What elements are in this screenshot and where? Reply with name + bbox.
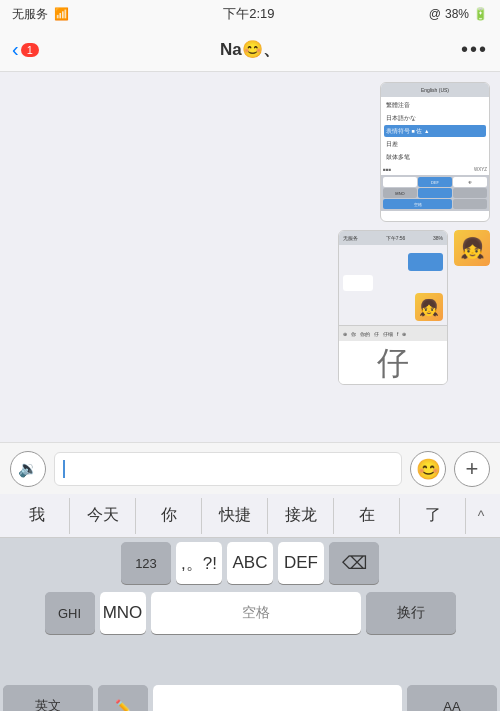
suggestion-expand[interactable]: ^ [466,498,496,534]
message-1: English (US) 繁體注音 日本語かな 表情符号 ■ 佐 ▲ 日差 鼓体… [10,82,490,222]
ss1-row-3: 表情符号 ■ 佐 ▲ [384,125,486,137]
mini-key-1 [383,177,417,187]
suggestion-7[interactable]: 了 [400,498,466,534]
ss1-row-4: 日差 [384,138,486,150]
ss1-body: 繁體注音 日本語かな 表情符号 ■ 佐 ▲ 日差 鼓体多笔 [381,97,489,165]
unread-badge: 1 [21,43,39,57]
ss2-chat-area: 👧 [339,245,447,325]
ss2-bubble-blue [408,253,443,271]
key-aa[interactable]: AA [407,685,497,711]
key-row-2: GHI MNO 空格 换行 [3,592,497,634]
battery-text: 38% [445,7,469,21]
suggestion-bar: 我 今天 你 快捷 接龙 在 了 ^ [0,494,500,538]
key-def[interactable]: DEF [278,542,324,584]
key-space-bottom[interactable] [153,685,402,711]
suggestion-4[interactable]: 快捷 [202,498,268,534]
status-left: 无服务 📶 [12,6,69,23]
emoji-button[interactable]: 😊 [410,451,446,487]
status-time: 下午2:19 [223,5,274,23]
key-language[interactable]: 英文 [3,685,93,711]
message-list: English (US) 繁體注音 日本語かな 表情符号 ■ 佐 ▲ 日差 鼓体… [10,82,490,385]
text-cursor [63,460,65,478]
suggestion-6[interactable]: 在 [334,498,400,534]
key-mno[interactable]: MNO [100,592,146,634]
signal-text: 无服务 [12,6,48,23]
chat-title: Na😊、 [220,38,280,61]
key-delete[interactable]: ⌫ [329,542,379,584]
ss2-suggestions: ⊕你你的仔仔细f⊕ [339,325,447,341]
key-row-1: 123 ,。?! ABC DEF ⌫ [3,542,497,584]
location-icon: @ [429,7,441,21]
ss1-statusbar: English (US) [381,83,489,97]
back-arrow-icon: ‹ [12,38,19,61]
screenshot-bubble-1[interactable]: English (US) 繁體注音 日本語かな 表情符号 ■ 佐 ▲ 日差 鼓体… [380,82,490,222]
message-2: 无服务 下午7:56 38% 👧 ⊕你你的仔仔细f⊕ 仔 123 ⋯ [10,230,490,385]
input-bar: 🔉 😊 + [0,442,500,494]
screenshot-bubble-2[interactable]: 无服务 下午7:56 38% 👧 ⊕你你的仔仔细f⊕ 仔 123 ⋯ [338,230,448,385]
bottom-row: 英文 ✏️ AA [0,685,500,711]
ss1-row-2: 日本語かな [384,112,486,124]
key-ghi[interactable]: GHI [45,592,95,634]
avatar-image: 👧 [454,230,490,266]
voice-icon: 🔉 [18,459,38,478]
suggestion-1[interactable]: 我 [4,498,70,534]
ss1-keyboard: DEF 👁 MNO 空格 [381,175,489,211]
key-rows: 123 ,。?! ABC DEF ⌫ GHI MNO 空格 换行 [0,538,500,685]
nav-bar: ‹ 1 Na😊、 ••• [0,28,500,72]
handwrite-character: 仔 [377,342,409,386]
ss1-row-1: 繁體注音 [384,99,486,111]
more-button[interactable]: ••• [461,38,488,61]
mini-key-4: MNO [383,188,417,198]
mini-key-2: DEF [418,177,452,187]
key-123[interactable]: 123 [121,542,171,584]
delete-icon: ⌫ [342,552,367,574]
ss1-row-5: 鼓体多笔 [384,151,486,163]
mini-key-5 [418,188,452,198]
mini-key-3: 👁 [453,177,487,187]
ss2-handwrite-area: 仔 [339,341,447,385]
wifi-icon: 📶 [54,7,69,21]
add-button[interactable]: + [454,451,490,487]
voice-button[interactable]: 🔉 [10,451,46,487]
back-button[interactable]: ‹ 1 [12,38,39,61]
chat-area: English (US) 繁體注音 日本語かな 表情符号 ■ 佐 ▲ 日差 鼓体… [0,72,500,442]
suggestion-3[interactable]: 你 [136,498,202,534]
key-comma[interactable]: ,。?! [176,542,222,584]
mini-key-7 [453,199,487,209]
mini-key-6 [453,188,487,198]
plus-icon: + [466,456,479,482]
key-handwrite[interactable]: ✏️ [98,685,148,711]
sender-avatar: 👧 [454,230,490,266]
key-space[interactable]: 空格 [151,592,361,634]
suggestion-5[interactable]: 接龙 [268,498,334,534]
suggestion-2[interactable]: 今天 [70,498,136,534]
status-right: @ 38% 🔋 [429,7,488,21]
ss2-statusbar: 无服务 下午7:56 38% [339,231,447,245]
emoji-icon: 😊 [416,457,441,481]
status-bar: 无服务 📶 下午2:19 @ 38% 🔋 [0,0,500,28]
keyboard: 我 今天 你 快捷 接龙 在 了 ^ 123 ,。?! ABC DEF ⌫ GH… [0,494,500,711]
key-abc[interactable]: ABC [227,542,273,584]
key-return[interactable]: 换行 [366,592,456,634]
battery-icon: 🔋 [473,7,488,21]
message-input[interactable] [54,452,402,486]
